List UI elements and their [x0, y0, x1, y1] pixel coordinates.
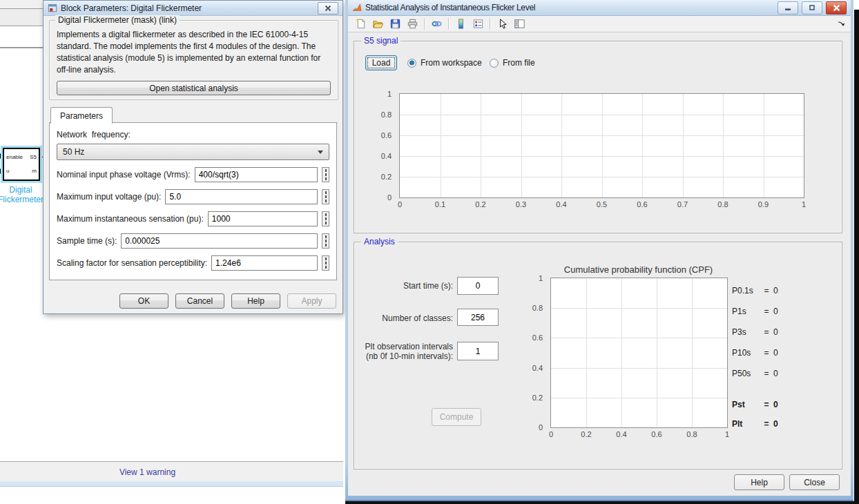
link-plot-icon[interactable] [430, 17, 443, 30]
tick-label: 0.8 [717, 200, 728, 209]
vrms-options-button[interactable] [322, 167, 329, 182]
dialog-close-button[interactable] [318, 2, 338, 14]
new-figure-icon[interactable] [354, 17, 367, 30]
radio-unselected-icon [490, 59, 499, 68]
close-icon [833, 4, 840, 12]
restore-icon [809, 4, 815, 11]
port-label-m: m [32, 168, 37, 174]
figure-title: Statistical Analysis of Instantaneous Fl… [365, 3, 774, 12]
ok-button[interactable]: OK [119, 293, 168, 309]
dialog-title: Block Parameters: Digital Flickermeter [61, 3, 314, 13]
show-plot-tools-icon[interactable] [512, 17, 526, 30]
tick-label: 0.7 [677, 200, 688, 209]
edit-plot-icon[interactable] [495, 17, 509, 30]
start-time-input[interactable] [457, 277, 499, 295]
tick-label: 0.6 [651, 430, 662, 438]
insert-colorbar-icon[interactable] [454, 17, 467, 30]
sample-time-options-button[interactable] [322, 233, 329, 249]
open-statistical-analysis-button[interactable]: Open statistical analysis [57, 81, 331, 95]
restore-button[interactable] [802, 1, 822, 14]
classes-input[interactable] [457, 309, 499, 326]
figure-help-button[interactable]: Help [734, 474, 784, 490]
tick-label: 0 [398, 200, 402, 209]
parameters-panel: Network frequency: 50 Hz Nominal input p… [49, 122, 337, 280]
radio-from-workspace-label: From workspace [421, 58, 482, 68]
p01s-value: 0 [773, 286, 787, 295]
tick-label: 1 [725, 430, 729, 438]
cpf-plot-axes: 00.20.40.60.81 00.20.40.60.81 [550, 278, 728, 428]
p-value-row: P10s = 0 [732, 348, 787, 358]
equals-sign: = [760, 369, 773, 378]
network-frequency-value: 50 Hz [63, 147, 84, 157]
p50s-value: 0 [773, 369, 787, 378]
p50s-label: P50s [732, 369, 760, 378]
save-figure-icon[interactable] [388, 17, 402, 30]
gridline [551, 368, 727, 369]
help-button[interactable]: Help [231, 293, 280, 309]
s5-plot-axes: 00.10.20.30.40.50.60.70.80.91 00.20.40.6… [399, 93, 804, 198]
tick-label: 0.2 [532, 394, 543, 402]
port-label-enable: enable [6, 155, 23, 160]
block-parameters-icon [48, 3, 57, 13]
pst-label: Pst [732, 400, 760, 409]
mask-group-title: Digital Flickermeter (mask) (link) [55, 15, 180, 25]
view-warning-link[interactable]: View 1 warning [119, 467, 175, 477]
max-sensation-input[interactable] [208, 211, 318, 226]
toolbar-overflow-arrow[interactable] [837, 18, 845, 30]
dialog-title-bar[interactable]: Block Parameters: Digital Flickermeter [44, 1, 342, 16]
vrms-input[interactable] [195, 167, 318, 182]
cpf-plot-yticks: 00.20.40.60.81 [515, 278, 547, 427]
digital-flickermeter-block[interactable]: enable S5 u m [3, 148, 40, 181]
plt-intervals-label-line2: (nb 0f 10-min intervals): [355, 351, 453, 361]
p10s-value: 0 [773, 348, 787, 358]
equals-sign: = [760, 286, 773, 295]
s5-group-label: S5 signal [361, 36, 400, 46]
load-button[interactable]: Load [365, 55, 397, 70]
scaling-factor-input[interactable] [211, 255, 318, 271]
tick-label: 0.9 [758, 200, 769, 209]
figure-title-bar[interactable]: Statistical Analysis of Instantaneous Fl… [348, 0, 851, 16]
max-sensation-label: Maximum instantaneous sensation (pu): [57, 214, 204, 224]
classes-label: Number of classes: [355, 313, 453, 323]
print-figure-icon[interactable] [405, 17, 419, 30]
tick-label: 0.6 [637, 200, 647, 209]
sample-time-label: Sample time (s): [57, 236, 117, 246]
open-file-icon[interactable] [371, 17, 385, 30]
port-label-s5: S5 [30, 155, 37, 160]
block-parameters-dialog: Block Parameters: Digital Flickermeter D… [43, 0, 343, 314]
insert-legend-icon[interactable] [471, 17, 485, 30]
tick-label: 0.4 [532, 364, 543, 372]
figure-close-button[interactable]: Close [789, 474, 840, 490]
network-frequency-dropdown[interactable]: 50 Hz [57, 144, 329, 160]
figure-toolbar [348, 16, 851, 32]
field-row-max-voltage: Maximum input voltage (pu): [57, 189, 329, 204]
cancel-button[interactable]: Cancel [175, 293, 224, 309]
max-voltage-input[interactable] [165, 189, 318, 204]
scaling-factor-options-button[interactable] [322, 255, 329, 271]
tab-parameters[interactable]: Parameters [50, 107, 113, 124]
radio-from-file[interactable]: From file [490, 58, 535, 68]
s5-plot-hgrid [400, 94, 804, 197]
max-voltage-options-button[interactable] [322, 189, 329, 204]
field-row-sample-time: Sample time (s): [57, 233, 329, 249]
toolbar-separator [448, 18, 449, 30]
tick-label: 1 [802, 200, 806, 209]
simulink-status-strip [0, 481, 343, 487]
mask-description-text: Implements a digital flickermeter as des… [57, 29, 331, 76]
tick-label: 0.4 [616, 430, 626, 438]
p3s-label: P3s [732, 327, 760, 337]
sample-time-input[interactable] [121, 233, 318, 249]
gridline [400, 115, 804, 115]
port-label-u: u [6, 168, 9, 174]
field-row-scaling-factor: Scaling factor for sensation perceptibil… [57, 255, 329, 271]
window-close-button[interactable] [826, 1, 847, 14]
equals-sign: = [760, 307, 773, 316]
plt-intervals-input[interactable] [457, 342, 499, 360]
equals-sign: = [760, 327, 773, 337]
max-sensation-options-button[interactable] [322, 211, 329, 226]
cpf-plot-hgrid [551, 278, 727, 427]
minimize-button[interactable] [778, 1, 798, 14]
minimize-icon [784, 4, 791, 11]
radio-from-workspace[interactable]: From workspace [407, 58, 482, 68]
toolbar-separator [490, 18, 490, 30]
